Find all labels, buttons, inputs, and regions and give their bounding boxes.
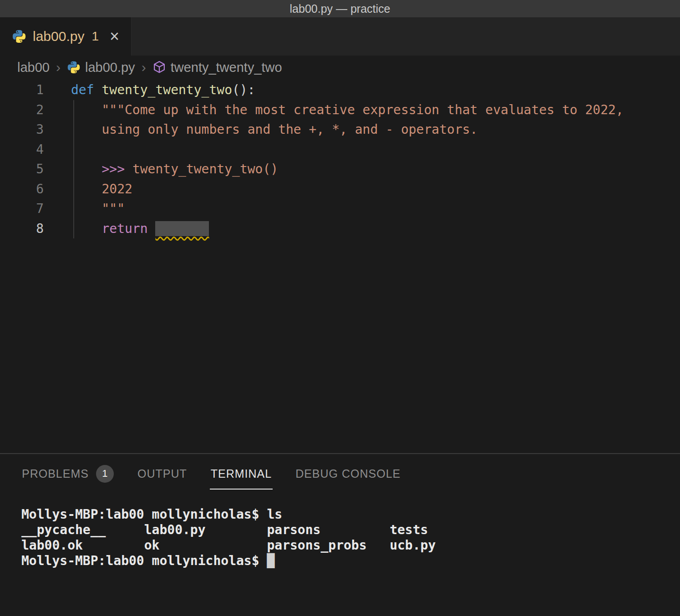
code-text: def twenty_twenty_two(): xyxy=(71,80,255,100)
indent-guide xyxy=(73,100,74,239)
bottom-panel: PROBLEMS 1 OUTPUT TERMINAL DEBUG CONSOLE… xyxy=(0,454,680,616)
window-titlebar: lab00.py — practice xyxy=(0,0,680,17)
code-line[interactable]: 1def twenty_twenty_two(): xyxy=(0,80,680,100)
tab-problems[interactable]: PROBLEMS 1 xyxy=(10,454,126,493)
breadcrumb: lab00 › lab00.py › twenty_twenty_two xyxy=(0,56,680,79)
terminal-output[interactable]: Mollys-MBP:lab00 mollynicholas$ ls__pyca… xyxy=(0,493,680,569)
code-line[interactable]: 6 2022 xyxy=(0,179,680,199)
symbol-method-icon xyxy=(152,61,166,74)
line-number[interactable]: 6 xyxy=(0,179,44,199)
close-icon[interactable]: × xyxy=(110,28,119,45)
line-number[interactable]: 1 xyxy=(0,80,44,100)
code-lines: 1def twenty_twenty_two():2 """Come up wi… xyxy=(0,80,680,238)
code-editor[interactable]: 1def twenty_twenty_two():2 """Come up wi… xyxy=(0,79,680,453)
line-number[interactable]: 4 xyxy=(0,140,44,160)
terminal-line: __pycache__ lab00.py parsons tests xyxy=(21,522,680,538)
panel-tab-bar: PROBLEMS 1 OUTPUT TERMINAL DEBUG CONSOLE xyxy=(0,454,680,493)
warning-squiggle xyxy=(155,221,209,236)
code-line[interactable]: 5 >>> twenty_twenty_two() xyxy=(0,159,680,179)
code-line[interactable]: 3 using only numbers and the +, *, and -… xyxy=(0,120,680,140)
code-line[interactable]: 4 xyxy=(0,140,680,160)
line-number[interactable]: 5 xyxy=(0,159,44,179)
chevron-right-icon: › xyxy=(54,60,62,75)
line-number[interactable]: 7 xyxy=(0,199,44,219)
line-number[interactable]: 2 xyxy=(0,100,44,120)
breadcrumb-file[interactable]: lab00.py xyxy=(67,60,135,75)
tab-terminal[interactable]: TERMINAL xyxy=(199,454,284,493)
code-text: """Come up with the most creative expres… xyxy=(71,100,624,120)
python-icon xyxy=(12,29,26,44)
terminal-line: lab00.ok ok parsons_probs ucb.py xyxy=(21,538,680,553)
line-number[interactable]: 8 xyxy=(0,219,44,239)
problems-count-badge: 1 xyxy=(96,465,114,483)
line-number[interactable]: 3 xyxy=(0,120,44,140)
tab-filename: lab00.py xyxy=(33,29,84,44)
missing-expression-highlight xyxy=(155,221,209,236)
code-line[interactable]: 2 """Come up with the most creative expr… xyxy=(0,100,680,120)
terminal-cursor: █ xyxy=(267,553,274,568)
tab-output[interactable]: OUTPUT xyxy=(126,454,199,493)
terminal-line: Mollys-MBP:lab00 mollynicholas$ █ xyxy=(21,553,680,569)
code-text: using only numbers and the +, *, and - o… xyxy=(71,120,477,140)
code-text: """ xyxy=(71,199,125,219)
editor-tab-bar: lab00.py 1 × xyxy=(0,17,680,56)
breadcrumb-folder[interactable]: lab00 xyxy=(17,60,50,75)
tab-lab00-py[interactable]: lab00.py 1 × xyxy=(0,17,132,56)
code-text: >>> twenty_twenty_two() xyxy=(71,159,278,179)
code-text: 2022 xyxy=(71,179,132,199)
window-title: lab00.py — practice xyxy=(290,2,391,15)
code-text: return xyxy=(71,219,209,239)
tab-debug-console[interactable]: DEBUG CONSOLE xyxy=(284,454,412,493)
python-icon xyxy=(67,61,81,74)
breadcrumb-symbol[interactable]: twenty_twenty_two xyxy=(152,60,282,75)
terminal-line: Mollys-MBP:lab00 mollynicholas$ ls xyxy=(21,507,680,522)
tab-problems-count: 1 xyxy=(91,29,99,44)
code-line[interactable]: 8 return xyxy=(0,219,680,239)
chevron-right-icon: › xyxy=(140,60,148,75)
code-line[interactable]: 7 """ xyxy=(0,199,680,219)
